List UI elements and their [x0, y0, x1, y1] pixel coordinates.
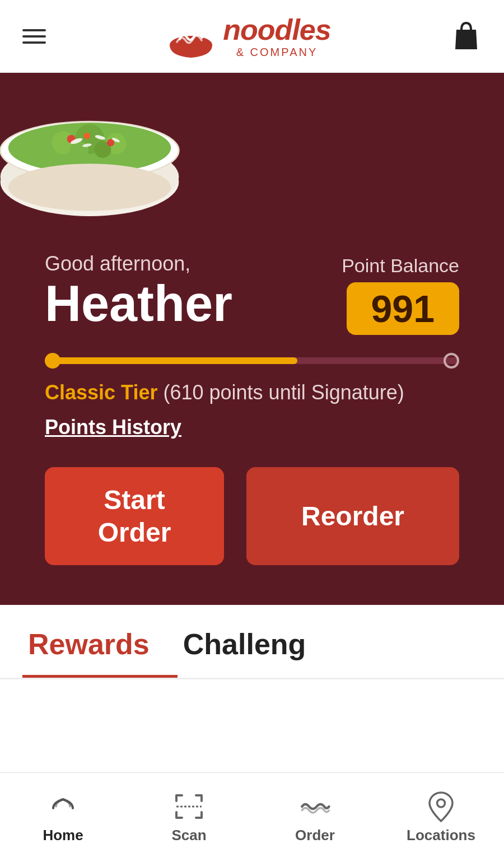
nav-home[interactable]: Home	[0, 773, 126, 862]
tab-challenges[interactable]: Challeng	[178, 605, 334, 678]
greeting-left: Good afternoon, Heather	[45, 252, 232, 329]
tabs-section: Rewards Challeng	[0, 605, 504, 679]
nav-order-label: Order	[295, 827, 335, 844]
food-image	[0, 73, 202, 235]
bottom-nav: Home Scan Order	[0, 772, 504, 862]
nav-order[interactable]: Order	[252, 773, 378, 862]
point-balance-section: Point Balance 991	[342, 252, 459, 335]
logo-text: noodles & COMPANY	[223, 14, 330, 58]
progress-fill	[45, 357, 297, 364]
tab-rewards[interactable]: Rewards	[22, 605, 178, 678]
nav-home-label: Home	[43, 827, 83, 844]
scan-icon	[174, 791, 204, 822]
nav-scan-label: Scan	[171, 827, 206, 844]
logo-icon	[166, 14, 216, 59]
hero-section: Good afternoon, Heather Point Balance 99…	[0, 73, 504, 605]
reorder-button[interactable]: Reorder	[246, 467, 459, 565]
progress-dot-end	[444, 353, 459, 369]
svg-point-19	[437, 799, 445, 807]
tier-text: Classic Tier (610 points until Signature…	[45, 381, 459, 404]
tab-challenges-label: Challeng	[183, 628, 306, 660]
logo-noodles-label: noodles	[223, 14, 330, 46]
menu-button[interactable]	[22, 29, 46, 44]
location-icon	[426, 791, 456, 822]
progress-track	[45, 357, 459, 364]
svg-point-17	[8, 164, 171, 211]
bag-button[interactable]	[451, 18, 482, 54]
user-name: Heather	[45, 278, 232, 329]
order-icon	[300, 791, 330, 822]
tabs-row: Rewards Challeng	[22, 605, 482, 678]
greeting-text: Good afternoon,	[45, 252, 232, 276]
tier-desc: (610 points until Signature)	[163, 381, 404, 404]
tier-name: Classic Tier	[45, 381, 157, 404]
progress-container	[45, 357, 459, 364]
logo-company-label: & COMPANY	[223, 46, 330, 58]
point-balance-label: Point Balance	[342, 255, 459, 277]
start-order-button[interactable]: Start Order	[45, 467, 224, 565]
app-header: noodles & COMPANY	[0, 0, 504, 73]
greeting-row: Good afternoon, Heather Point Balance 99…	[45, 252, 459, 335]
nav-locations-label: Locations	[407, 827, 475, 844]
bag-icon	[451, 18, 482, 52]
nav-locations[interactable]: Locations	[378, 773, 504, 862]
svg-point-12	[84, 133, 90, 139]
home-icon	[48, 791, 78, 822]
progress-dot-start	[45, 353, 60, 369]
action-buttons: Start Order Reorder	[45, 467, 459, 565]
tab-rewards-label: Rewards	[28, 628, 150, 660]
point-balance-value: 991	[347, 282, 459, 335]
app-logo: noodles & COMPANY	[166, 14, 330, 59]
points-history-link[interactable]: Points History	[45, 416, 181, 439]
nav-scan[interactable]: Scan	[126, 773, 252, 862]
